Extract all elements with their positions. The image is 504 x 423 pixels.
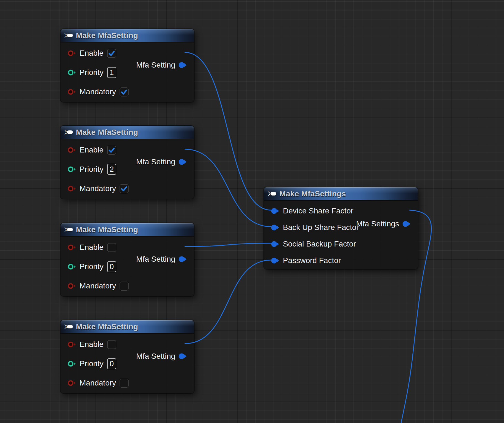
node-make-mfasetting-1[interactable]: ↘↗ Make MfaSetting Enable (60, 29, 194, 102)
node-title: Make MfaSetting (76, 322, 138, 331)
output-row-mfa-setting: Mfa Setting (136, 250, 187, 269)
blueprint-graph-canvas[interactable]: ↘↗ Make MfaSetting Enable (0, 0, 504, 423)
int-pin-priority[interactable] (68, 263, 76, 270)
bool-pin-enable[interactable] (68, 50, 76, 57)
pin-label: Back Up Share Factor (283, 223, 359, 232)
pin-row-password-factor: Password Factor (264, 252, 418, 269)
output-row-mfa-setting: Mfa Setting (136, 152, 187, 172)
pin-label: Device Share Factor (283, 207, 353, 215)
check-icon (108, 50, 115, 57)
bool-pin-enable[interactable] (68, 341, 76, 348)
struct-pin-mfa-setting-out[interactable] (179, 256, 187, 263)
wire-setting3-to-social-backup-factor[interactable] (185, 243, 271, 247)
pin-label: Priority (79, 262, 104, 271)
bool-pin-mandatory[interactable] (68, 185, 76, 192)
pin-label: Mfa Setting (136, 255, 175, 264)
node-make-mfasetting-2[interactable]: ↘↗ Make MfaSetting Enable (60, 125, 194, 199)
priority-input[interactable]: 1 (107, 67, 116, 78)
pin-label: Enable (79, 340, 104, 349)
mandatory-checkbox[interactable] (120, 379, 129, 388)
check-icon (108, 146, 115, 154)
priority-input[interactable]: 0 (107, 261, 116, 272)
pin-label: Social Backup Factor (283, 240, 356, 248)
bool-pin-enable[interactable] (68, 147, 76, 153)
pin-label: Mandatory (79, 282, 116, 290)
node-make-mfasetting-3[interactable]: ↘↗ Make MfaSetting Enable (60, 223, 194, 296)
priority-input[interactable]: 0 (107, 358, 116, 369)
pin-label: Mfa Settings (356, 219, 399, 228)
wire-setting4-to-password-factor[interactable] (185, 260, 271, 344)
pin-label: Enable (79, 49, 104, 58)
struct-pin-mfa-setting-out[interactable] (179, 353, 187, 360)
output-row-mfa-setting: Mfa Setting (136, 55, 187, 75)
pin-label: Password Factor (283, 256, 341, 265)
make-struct-icon: ↘↗ (267, 191, 276, 197)
mandatory-checkbox[interactable] (120, 184, 129, 193)
struct-pin-mfa-settings-out[interactable] (402, 221, 411, 227)
bool-pin-enable[interactable] (68, 244, 76, 251)
pin-row-mandatory: Mandatory (60, 82, 194, 101)
node-title: Make MfaSetting (76, 31, 138, 40)
pin-label: Mfa Setting (136, 157, 175, 166)
int-pin-priority[interactable] (68, 69, 76, 76)
node-header[interactable]: ↘↗ Make MfaSetting (60, 126, 194, 139)
node-header[interactable]: ↘↗ Make MfaSetting (60, 320, 194, 334)
check-icon (120, 185, 128, 192)
mandatory-checkbox[interactable] (120, 87, 129, 97)
pin-row-mandatory: Mandatory (60, 373, 194, 393)
make-struct-icon: ↘↗ (64, 324, 73, 330)
node-title: Make MfaSetting (76, 225, 138, 234)
pin-row-mandatory: Mandatory (60, 179, 194, 198)
wire-setting2-to-back-up-share-factor[interactable] (185, 149, 271, 227)
struct-pin-back-up-share-factor[interactable] (271, 224, 279, 231)
pin-label: Mfa Setting (136, 61, 175, 69)
struct-pin-social-backup-factor[interactable] (271, 241, 279, 247)
pin-row-social-backup-factor: Social Backup Factor (264, 236, 418, 252)
check-icon (120, 88, 128, 96)
pin-label: Priority (79, 68, 104, 77)
priority-input[interactable]: 2 (107, 164, 116, 175)
mandatory-checkbox[interactable] (120, 282, 129, 291)
enable-checkbox[interactable] (107, 146, 116, 155)
pin-label: Priority (79, 165, 104, 174)
bool-pin-mandatory[interactable] (68, 283, 76, 289)
node-title: Make MfaSettings (279, 189, 346, 198)
node-header[interactable]: ↘↗ Make MfaSettings (264, 187, 418, 201)
int-pin-priority[interactable] (68, 166, 76, 173)
pin-label: Mandatory (79, 184, 116, 193)
node-make-mfasetting-4[interactable]: ↘↗ Make MfaSetting Enable (60, 320, 194, 393)
output-row-mfa-setting: Mfa Setting (136, 347, 187, 366)
enable-checkbox[interactable] (107, 49, 116, 58)
node-title: Make MfaSetting (76, 128, 138, 137)
pin-label: Mandatory (79, 379, 116, 387)
pin-label: Priority (79, 359, 104, 368)
output-row-mfa-settings: Mfa Settings (356, 216, 411, 232)
bool-pin-mandatory[interactable] (68, 89, 76, 95)
struct-pin-device-share-factor[interactable] (271, 208, 279, 214)
make-struct-icon: ↘↗ (64, 130, 73, 135)
bool-pin-mandatory[interactable] (68, 380, 76, 386)
make-struct-icon: ↘↗ (64, 33, 73, 38)
struct-pin-mfa-setting-out[interactable] (179, 62, 187, 68)
struct-pin-password-factor[interactable] (271, 257, 279, 264)
int-pin-priority[interactable] (68, 360, 76, 367)
pin-row-mandatory: Mandatory (60, 276, 194, 296)
struct-pin-mfa-setting-out[interactable] (179, 159, 187, 165)
pin-label: Enable (79, 243, 104, 252)
node-header[interactable]: ↘↗ Make MfaSetting (60, 29, 194, 42)
pin-label: Mandatory (79, 87, 116, 96)
node-header[interactable]: ↘↗ Make MfaSetting (60, 223, 194, 237)
enable-checkbox[interactable] (107, 340, 116, 349)
make-struct-icon: ↘↗ (64, 227, 73, 232)
wire-setting1-to-device-share-factor[interactable] (185, 52, 271, 210)
node-make-mfasettings[interactable]: ↘↗ Make MfaSettings Device Share Factor … (264, 187, 418, 269)
pin-label: Enable (79, 146, 104, 154)
pin-label: Mfa Setting (136, 352, 175, 361)
enable-checkbox[interactable] (107, 243, 116, 252)
